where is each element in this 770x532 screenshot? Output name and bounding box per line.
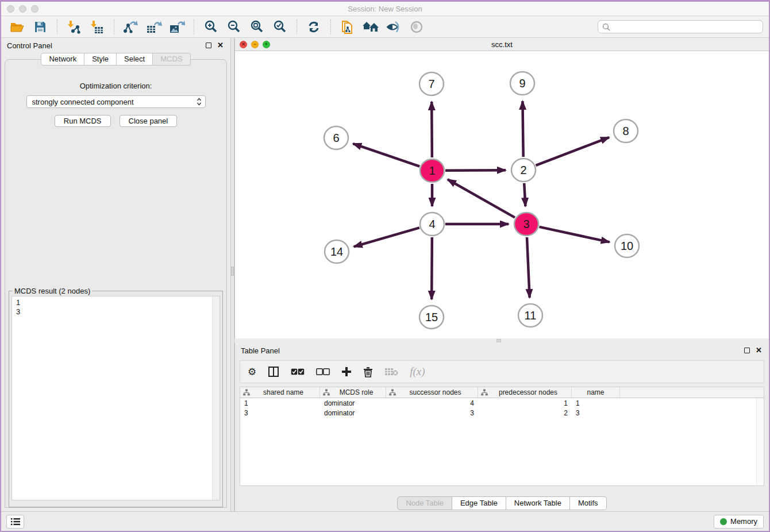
edge-1-6[interactable] <box>353 144 419 167</box>
cell-name[interactable]: 3 <box>572 409 620 417</box>
import-table-button[interactable] <box>87 18 107 36</box>
tab-node-table[interactable]: Node Table <box>397 496 452 510</box>
hide-graphics-details-button[interactable] <box>383 18 404 36</box>
toggle-bird-eye-view-button[interactable] <box>406 18 427 36</box>
close-panel-button[interactable]: Close panel <box>120 115 178 127</box>
cell-predecessor-nodes[interactable]: 1 <box>478 399 572 407</box>
cell-mcds-role[interactable]: dominator <box>320 399 386 407</box>
export-image-button[interactable] <box>167 18 187 36</box>
column-header-mcds-role[interactable]: MCDS role <box>320 387 386 398</box>
horizontal-splitter[interactable] <box>234 338 769 343</box>
column-header-shared-name[interactable]: shared name <box>240 387 320 398</box>
minimize-window-button[interactable] <box>19 5 26 13</box>
search-input[interactable] <box>613 22 759 31</box>
splitter-grip[interactable] <box>496 339 501 342</box>
edge-3-10[interactable] <box>539 227 609 242</box>
table-header-row: shared name MCDS role successor nodes pr… <box>240 387 764 398</box>
close-panel-icon[interactable]: ✕ <box>756 348 762 353</box>
zoom-fit-button[interactable] <box>247 18 267 36</box>
mcds-result-scrollbar[interactable] <box>212 296 220 500</box>
table-row[interactable]: 1 dominator 4 1 1 <box>240 398 764 408</box>
table-settings-button[interactable]: ⚙ <box>248 367 256 377</box>
table-toolbar: ⚙ <box>240 360 764 383</box>
network-view-window: ✕ − + scc.txt 7968124314101511 <box>234 38 769 338</box>
network-graph[interactable]: 7968124314101511 <box>235 51 769 338</box>
edge-3-11[interactable] <box>527 237 530 298</box>
zoom-window-button[interactable] <box>31 5 38 13</box>
edge-2-3[interactable] <box>524 183 525 206</box>
edge-1-2[interactable] <box>445 170 506 171</box>
select-all-button[interactable] <box>291 368 305 376</box>
search-box[interactable] <box>598 20 763 33</box>
window-title: Session: New Session <box>348 5 422 13</box>
zoom-in-button[interactable] <box>201 18 221 36</box>
create-column-button[interactable] <box>341 367 352 377</box>
memory-button[interactable]: Memory <box>714 515 764 529</box>
network-canvas[interactable]: 7968124314101511 <box>235 51 769 338</box>
mcds-result-list[interactable]: 1 3 <box>11 296 220 500</box>
cell-mcds-role[interactable]: dominator <box>320 409 386 417</box>
column-header-name[interactable]: name <box>572 387 620 398</box>
float-panel-icon[interactable] <box>744 348 750 353</box>
export-network-button[interactable] <box>121 18 141 36</box>
export-table-button[interactable] <box>144 18 164 36</box>
tab-style[interactable]: Style <box>84 53 117 65</box>
cell-predecessor-nodes[interactable]: 2 <box>478 409 572 417</box>
criterion-select[interactable]: strongly connected component <box>26 95 206 108</box>
edge-4-14[interactable] <box>354 228 419 246</box>
cell-successor-nodes[interactable]: 3 <box>386 409 478 417</box>
zoom-fit-icon <box>249 20 264 34</box>
open-session-button[interactable] <box>7 18 28 36</box>
table-row[interactable]: 3 dominator 3 2 3 <box>240 408 764 418</box>
tab-network[interactable]: Network <box>41 53 84 65</box>
clone-network-button[interactable] <box>337 18 358 36</box>
cell-shared-name[interactable]: 3 <box>240 409 320 417</box>
vertical-splitter[interactable] <box>230 38 234 511</box>
network-minimize-button[interactable]: − <box>251 41 259 48</box>
column-header-predecessor-nodes[interactable]: predecessor nodes <box>478 387 572 398</box>
delete-table-button[interactable] <box>384 367 398 376</box>
cell-name[interactable]: 1 <box>572 399 620 407</box>
control-panel-tabs: Network Style Select MCDS <box>1 53 230 65</box>
edge-4-15[interactable] <box>432 237 432 299</box>
cell-shared-name[interactable]: 1 <box>240 399 320 407</box>
splitter-grip[interactable] <box>231 267 234 276</box>
edge-3-1[interactable] <box>448 179 515 217</box>
function-builder-button[interactable]: f(x) <box>410 365 425 378</box>
tab-motifs[interactable]: Motifs <box>570 496 607 510</box>
delete-column-button[interactable] <box>363 367 373 377</box>
close-window-button[interactable] <box>7 5 14 13</box>
graph-node-label: 8 <box>622 125 629 137</box>
close-panel-icon[interactable]: ✕ <box>217 43 224 48</box>
column-header-successor-nodes[interactable]: successor nodes <box>386 387 478 398</box>
tab-mcds[interactable]: MCDS <box>153 53 190 65</box>
refresh-icon <box>307 20 321 34</box>
toolbar-separator <box>330 20 331 34</box>
tree-icon <box>243 389 250 396</box>
edge-2-9[interactable] <box>522 101 523 157</box>
tab-network-table[interactable]: Network Table <box>506 496 570 510</box>
import-network-button[interactable] <box>64 18 84 36</box>
save-session-button[interactable] <box>30 18 51 36</box>
tab-edge-table[interactable]: Edge Table <box>452 496 506 510</box>
float-panel-icon[interactable] <box>206 43 211 48</box>
network-maximize-button[interactable]: + <box>263 41 270 48</box>
home-button[interactable] <box>360 18 381 36</box>
zoom-out-icon <box>226 20 241 34</box>
home-icon <box>362 21 379 33</box>
zoom-out-button[interactable] <box>224 18 244 36</box>
zoom-selected-button[interactable] <box>270 18 290 36</box>
table-scrollbar[interactable] <box>756 398 764 485</box>
run-mcds-button[interactable]: Run MCDS <box>55 115 111 127</box>
network-close-button[interactable]: ✕ <box>240 41 247 48</box>
toggle-columns-button[interactable] <box>268 366 279 377</box>
mcds-result-fieldset: MCDS result (2 nodes) 1 3 <box>9 287 223 507</box>
edge-1-7[interactable] <box>432 102 432 157</box>
deselect-all-button[interactable] <box>316 368 330 376</box>
tab-select[interactable]: Select <box>117 53 153 65</box>
refresh-network-button[interactable] <box>303 18 324 36</box>
edge-2-8[interactable] <box>536 137 609 165</box>
cell-successor-nodes[interactable]: 4 <box>386 399 478 407</box>
task-history-button[interactable] <box>6 515 24 529</box>
zoom-in-icon <box>203 20 218 34</box>
